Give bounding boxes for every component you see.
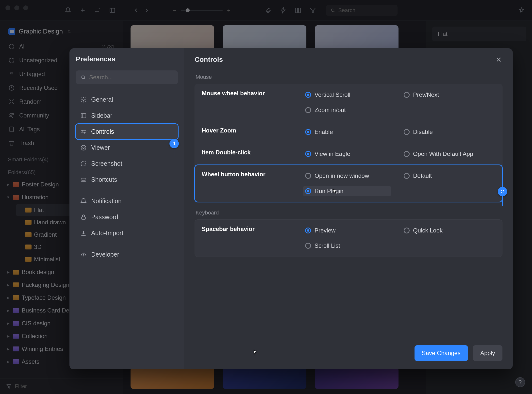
radio-icon — [404, 151, 410, 157]
pref-icon — [80, 129, 87, 135]
svg-point-16 — [83, 147, 84, 148]
pref-icon — [80, 97, 87, 103]
setting-mouse-wheel-behavior: Mouse wheel behaviorVertical ScrollPrev/… — [195, 84, 502, 121]
radio-icon — [305, 243, 311, 249]
radio-icon — [305, 151, 311, 157]
option-preview[interactable]: Preview — [303, 226, 391, 235]
pref-icon — [80, 214, 87, 220]
svg-point-15 — [81, 145, 86, 150]
setting-label: Item Double-click — [202, 149, 295, 159]
setting-label: Wheel button behavior — [202, 171, 295, 196]
pref-icon — [80, 251, 87, 258]
preferences-title: Preferences — [76, 55, 178, 63]
preferences-search[interactable] — [76, 70, 178, 84]
radio-icon — [404, 129, 410, 135]
svg-rect-12 — [81, 114, 86, 118]
setting-item-double-click: Item Double-clickView in EagleOpen With … — [195, 143, 502, 165]
option-vertical-scroll[interactable]: Vertical Scroll — [303, 90, 391, 100]
panel-title: Controls — [195, 56, 223, 64]
pref-icon — [80, 177, 87, 183]
group-label-mouse: Mouse — [196, 74, 502, 80]
radio-icon — [404, 92, 410, 98]
save-button[interactable]: Save Changes — [415, 345, 468, 361]
pref-tab-general[interactable]: General — [76, 92, 178, 107]
pref-icon — [80, 145, 87, 151]
apply-button[interactable]: Apply — [473, 345, 502, 361]
pref-tab-developer[interactable]: Developer — [76, 247, 178, 262]
preferences-modal: Preferences 1 GeneralSidebarControlsView… — [69, 48, 513, 369]
close-button[interactable] — [495, 56, 502, 63]
setting-label: Spacebar behavior — [202, 226, 295, 251]
preferences-content: Controls Mouse 2 Mouse wheel behaviorVer… — [184, 48, 513, 369]
option-prev-next[interactable]: Prev/Next — [401, 90, 490, 100]
setting-label: Hover Zoom — [202, 127, 295, 137]
radio-icon — [305, 228, 311, 233]
pref-tab-password[interactable]: Password — [76, 210, 178, 225]
option-view-in-eagle[interactable]: View in Eagle — [303, 149, 391, 159]
callout-badge-1: 1 — [169, 139, 179, 148]
option-enable[interactable]: Enable — [303, 127, 391, 137]
group-label-keyboard: Keyboard — [196, 210, 502, 216]
pref-icon — [80, 230, 87, 236]
radio-icon — [305, 188, 311, 194]
option-run-plugin[interactable]: Run Plugin — [303, 186, 391, 196]
callout-stem — [174, 148, 174, 156]
radio-icon — [305, 107, 311, 113]
radio-icon — [404, 173, 410, 179]
setting-label: Mouse wheel behavior — [202, 90, 295, 115]
setting-wheel-button-behavior: Wheel button behaviorOpen in new windowD… — [195, 165, 502, 202]
pref-tab-shortcuts[interactable]: Shortcuts — [76, 172, 178, 187]
svg-rect-17 — [81, 162, 85, 166]
option-scroll-list[interactable]: Scroll List — [303, 241, 391, 251]
radio-icon — [305, 173, 311, 179]
preferences-sidebar: Preferences 1 GeneralSidebarControlsView… — [69, 48, 184, 369]
help-button[interactable]: ? — [515, 377, 525, 387]
svg-point-11 — [83, 99, 84, 100]
svg-rect-18 — [81, 178, 86, 181]
radio-icon — [404, 228, 410, 233]
search-icon — [81, 75, 86, 80]
radio-icon — [305, 92, 311, 98]
pref-icon — [80, 113, 87, 119]
pref-tab-sidebar[interactable]: Sidebar — [76, 108, 178, 123]
option-default[interactable]: Default — [401, 171, 490, 181]
setting-hover-zoom: Hover ZoomEnableDisable — [195, 121, 502, 143]
cursor-icon — [252, 350, 258, 356]
option-disable[interactable]: Disable — [401, 127, 490, 137]
preferences-search-input[interactable] — [89, 74, 173, 81]
svg-rect-19 — [82, 217, 85, 219]
pref-icon — [80, 161, 87, 167]
svg-point-10 — [82, 76, 84, 79]
pref-tab-screenshot[interactable]: Screenshot — [76, 156, 178, 171]
pref-tab-notification[interactable]: Notification — [76, 194, 178, 209]
option-quick-look[interactable]: Quick Look — [401, 226, 490, 235]
setting-spacebar-behavior: Spacebar behaviorPreviewQuick LookScroll… — [195, 220, 502, 257]
modal-footer: Save Changes Apply — [195, 338, 502, 369]
pref-tab-auto-import[interactable]: Auto-Import — [76, 226, 178, 241]
mouse-settings-group: 2 Mouse wheel behaviorVertical ScrollPre… — [195, 84, 502, 202]
pref-icon — [80, 198, 87, 204]
option-open-in-new-window[interactable]: Open in new window — [303, 171, 391, 181]
option-zoom-in-out[interactable]: Zoom in/out — [303, 105, 391, 115]
option-open-with-default-app[interactable]: Open With Default App — [401, 149, 490, 159]
pref-tab-controls[interactable]: Controls — [76, 124, 178, 139]
radio-icon — [305, 129, 311, 135]
pref-tab-viewer[interactable]: Viewer — [76, 140, 178, 155]
keyboard-settings-group: Spacebar behaviorPreviewQuick LookScroll… — [195, 219, 502, 257]
